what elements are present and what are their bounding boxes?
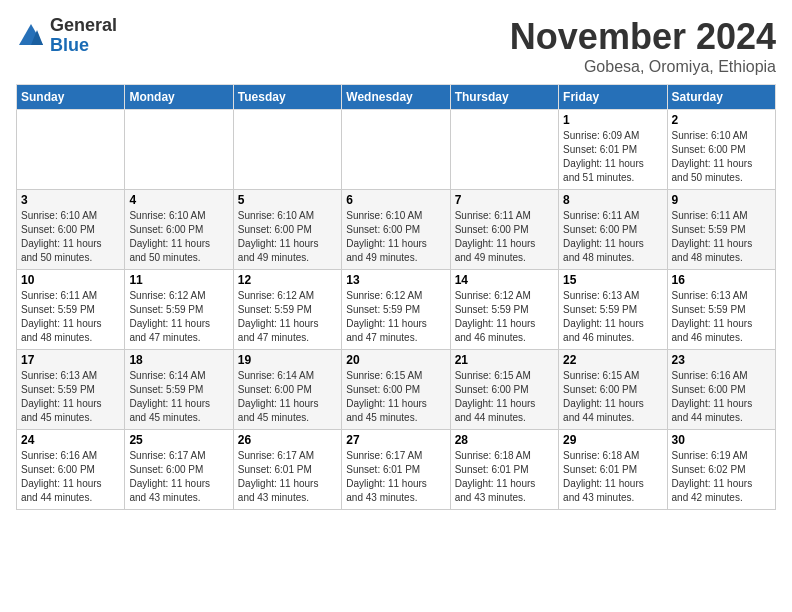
day-info: Sunrise: 6:11 AM Sunset: 6:00 PM Dayligh…	[563, 209, 662, 265]
calendar-cell: 8Sunrise: 6:11 AM Sunset: 6:00 PM Daylig…	[559, 190, 667, 270]
calendar-cell: 21Sunrise: 6:15 AM Sunset: 6:00 PM Dayli…	[450, 350, 558, 430]
calendar-header: SundayMondayTuesdayWednesdayThursdayFrid…	[17, 85, 776, 110]
day-info: Sunrise: 6:12 AM Sunset: 5:59 PM Dayligh…	[346, 289, 445, 345]
day-number: 27	[346, 433, 445, 447]
month-title: November 2024	[510, 16, 776, 58]
logo-text: General Blue	[50, 16, 117, 56]
calendar-cell: 24Sunrise: 6:16 AM Sunset: 6:00 PM Dayli…	[17, 430, 125, 510]
day-info: Sunrise: 6:17 AM Sunset: 6:01 PM Dayligh…	[346, 449, 445, 505]
day-number: 20	[346, 353, 445, 367]
calendar-body: 1Sunrise: 6:09 AM Sunset: 6:01 PM Daylig…	[17, 110, 776, 510]
header-day: Monday	[125, 85, 233, 110]
day-number: 5	[238, 193, 337, 207]
calendar-cell: 28Sunrise: 6:18 AM Sunset: 6:01 PM Dayli…	[450, 430, 558, 510]
day-number: 1	[563, 113, 662, 127]
calendar-cell: 13Sunrise: 6:12 AM Sunset: 5:59 PM Dayli…	[342, 270, 450, 350]
day-number: 2	[672, 113, 771, 127]
calendar-cell: 7Sunrise: 6:11 AM Sunset: 6:00 PM Daylig…	[450, 190, 558, 270]
day-info: Sunrise: 6:18 AM Sunset: 6:01 PM Dayligh…	[455, 449, 554, 505]
calendar-cell: 5Sunrise: 6:10 AM Sunset: 6:00 PM Daylig…	[233, 190, 341, 270]
calendar-cell: 2Sunrise: 6:10 AM Sunset: 6:00 PM Daylig…	[667, 110, 775, 190]
calendar-cell: 25Sunrise: 6:17 AM Sunset: 6:00 PM Dayli…	[125, 430, 233, 510]
logo-icon	[16, 21, 46, 51]
day-number: 17	[21, 353, 120, 367]
calendar-cell: 11Sunrise: 6:12 AM Sunset: 5:59 PM Dayli…	[125, 270, 233, 350]
calendar-cell: 26Sunrise: 6:17 AM Sunset: 6:01 PM Dayli…	[233, 430, 341, 510]
day-number: 4	[129, 193, 228, 207]
page-header: General Blue November 2024 Gobesa, Oromi…	[16, 16, 776, 76]
day-number: 8	[563, 193, 662, 207]
header-day: Friday	[559, 85, 667, 110]
day-info: Sunrise: 6:15 AM Sunset: 6:00 PM Dayligh…	[563, 369, 662, 425]
day-number: 15	[563, 273, 662, 287]
day-number: 13	[346, 273, 445, 287]
day-info: Sunrise: 6:15 AM Sunset: 6:00 PM Dayligh…	[346, 369, 445, 425]
day-info: Sunrise: 6:09 AM Sunset: 6:01 PM Dayligh…	[563, 129, 662, 185]
day-number: 10	[21, 273, 120, 287]
day-number: 22	[563, 353, 662, 367]
calendar-cell: 30Sunrise: 6:19 AM Sunset: 6:02 PM Dayli…	[667, 430, 775, 510]
day-info: Sunrise: 6:17 AM Sunset: 6:00 PM Dayligh…	[129, 449, 228, 505]
calendar-cell	[450, 110, 558, 190]
day-number: 30	[672, 433, 771, 447]
calendar-cell: 16Sunrise: 6:13 AM Sunset: 5:59 PM Dayli…	[667, 270, 775, 350]
day-info: Sunrise: 6:12 AM Sunset: 5:59 PM Dayligh…	[238, 289, 337, 345]
day-info: Sunrise: 6:17 AM Sunset: 6:01 PM Dayligh…	[238, 449, 337, 505]
calendar-cell	[17, 110, 125, 190]
day-number: 25	[129, 433, 228, 447]
day-number: 14	[455, 273, 554, 287]
calendar-cell	[233, 110, 341, 190]
calendar-cell	[125, 110, 233, 190]
day-number: 23	[672, 353, 771, 367]
day-number: 11	[129, 273, 228, 287]
day-info: Sunrise: 6:14 AM Sunset: 5:59 PM Dayligh…	[129, 369, 228, 425]
day-info: Sunrise: 6:11 AM Sunset: 6:00 PM Dayligh…	[455, 209, 554, 265]
day-info: Sunrise: 6:15 AM Sunset: 6:00 PM Dayligh…	[455, 369, 554, 425]
day-number: 9	[672, 193, 771, 207]
day-number: 28	[455, 433, 554, 447]
day-info: Sunrise: 6:16 AM Sunset: 6:00 PM Dayligh…	[672, 369, 771, 425]
calendar-week: 24Sunrise: 6:16 AM Sunset: 6:00 PM Dayli…	[17, 430, 776, 510]
header-day: Thursday	[450, 85, 558, 110]
day-info: Sunrise: 6:11 AM Sunset: 5:59 PM Dayligh…	[672, 209, 771, 265]
day-info: Sunrise: 6:10 AM Sunset: 6:00 PM Dayligh…	[672, 129, 771, 185]
header-day: Saturday	[667, 85, 775, 110]
day-number: 19	[238, 353, 337, 367]
day-info: Sunrise: 6:10 AM Sunset: 6:00 PM Dayligh…	[21, 209, 120, 265]
day-number: 24	[21, 433, 120, 447]
day-info: Sunrise: 6:18 AM Sunset: 6:01 PM Dayligh…	[563, 449, 662, 505]
day-number: 18	[129, 353, 228, 367]
header-day: Tuesday	[233, 85, 341, 110]
calendar-cell: 17Sunrise: 6:13 AM Sunset: 5:59 PM Dayli…	[17, 350, 125, 430]
calendar-cell: 10Sunrise: 6:11 AM Sunset: 5:59 PM Dayli…	[17, 270, 125, 350]
day-info: Sunrise: 6:10 AM Sunset: 6:00 PM Dayligh…	[238, 209, 337, 265]
calendar-cell: 19Sunrise: 6:14 AM Sunset: 6:00 PM Dayli…	[233, 350, 341, 430]
day-number: 3	[21, 193, 120, 207]
calendar-cell: 4Sunrise: 6:10 AM Sunset: 6:00 PM Daylig…	[125, 190, 233, 270]
location-subtitle: Gobesa, Oromiya, Ethiopia	[510, 58, 776, 76]
day-number: 6	[346, 193, 445, 207]
calendar-cell: 1Sunrise: 6:09 AM Sunset: 6:01 PM Daylig…	[559, 110, 667, 190]
day-info: Sunrise: 6:13 AM Sunset: 5:59 PM Dayligh…	[672, 289, 771, 345]
day-info: Sunrise: 6:13 AM Sunset: 5:59 PM Dayligh…	[563, 289, 662, 345]
day-info: Sunrise: 6:12 AM Sunset: 5:59 PM Dayligh…	[455, 289, 554, 345]
calendar-cell: 29Sunrise: 6:18 AM Sunset: 6:01 PM Dayli…	[559, 430, 667, 510]
calendar-cell: 9Sunrise: 6:11 AM Sunset: 5:59 PM Daylig…	[667, 190, 775, 270]
title-area: November 2024 Gobesa, Oromiya, Ethiopia	[510, 16, 776, 76]
day-info: Sunrise: 6:13 AM Sunset: 5:59 PM Dayligh…	[21, 369, 120, 425]
day-info: Sunrise: 6:12 AM Sunset: 5:59 PM Dayligh…	[129, 289, 228, 345]
day-number: 7	[455, 193, 554, 207]
header-day: Wednesday	[342, 85, 450, 110]
logo: General Blue	[16, 16, 117, 56]
calendar-week: 1Sunrise: 6:09 AM Sunset: 6:01 PM Daylig…	[17, 110, 776, 190]
day-info: Sunrise: 6:11 AM Sunset: 5:59 PM Dayligh…	[21, 289, 120, 345]
day-number: 16	[672, 273, 771, 287]
calendar-week: 10Sunrise: 6:11 AM Sunset: 5:59 PM Dayli…	[17, 270, 776, 350]
calendar-cell: 12Sunrise: 6:12 AM Sunset: 5:59 PM Dayli…	[233, 270, 341, 350]
calendar-week: 3Sunrise: 6:10 AM Sunset: 6:00 PM Daylig…	[17, 190, 776, 270]
calendar-cell: 3Sunrise: 6:10 AM Sunset: 6:00 PM Daylig…	[17, 190, 125, 270]
calendar-cell: 27Sunrise: 6:17 AM Sunset: 6:01 PM Dayli…	[342, 430, 450, 510]
calendar-cell: 22Sunrise: 6:15 AM Sunset: 6:00 PM Dayli…	[559, 350, 667, 430]
day-info: Sunrise: 6:16 AM Sunset: 6:00 PM Dayligh…	[21, 449, 120, 505]
header-day: Sunday	[17, 85, 125, 110]
